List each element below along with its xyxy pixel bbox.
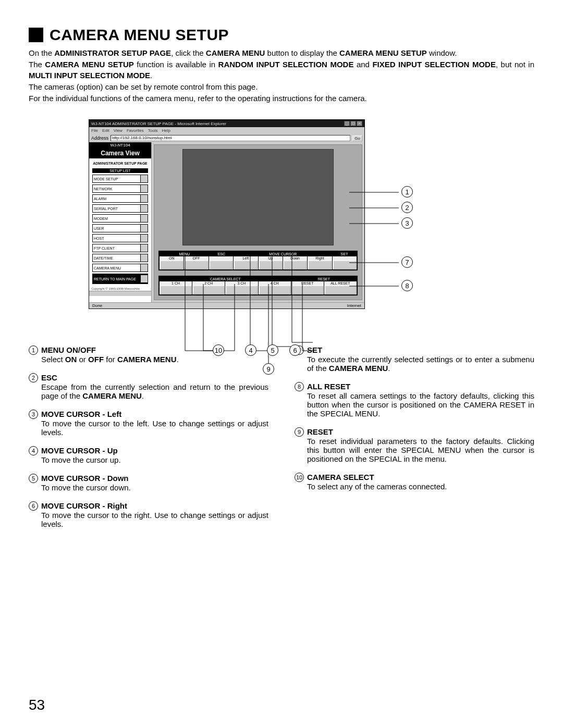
move-cursor-down-button[interactable] — [284, 261, 307, 269]
page-title: CAMERA MENU SETUP — [50, 26, 229, 44]
sidebar-item-serial-port[interactable]: SERIAL PORT — [92, 204, 148, 213]
status-zone: Internet — [347, 303, 361, 308]
address-field[interactable]: http://192.168.0.10/nonstop.html — [111, 135, 350, 141]
camera-select-3-ch-button[interactable] — [226, 286, 257, 294]
sidebar-item-user[interactable]: USER — [92, 224, 148, 232]
sidebar-item-date-time[interactable]: DATE/TIME — [92, 254, 148, 262]
move-cursor-up-button[interactable] — [259, 261, 282, 269]
menu-favorites[interactable]: Favorites — [127, 128, 144, 133]
desc-item-3: 3MOVE CURSOR - Left To move the cursor t… — [29, 410, 268, 437]
move-cursor-left-button[interactable] — [234, 261, 257, 269]
desc-item-4: 4MOVE CURSOR - Up To move the cursor up. — [29, 446, 268, 464]
return-button[interactable]: RETURN TO MAIN PAGE — [92, 274, 148, 284]
screenshot: WJ-NT104 ADMINISTRATOR SETUP PAGE - Micr… — [89, 119, 474, 309]
window-controls: _□× — [344, 121, 362, 126]
camera-select-4-ch-button[interactable] — [259, 286, 290, 294]
desc-num-6: 6 — [29, 501, 38, 511]
sidebar-subtitle: ADMINISTRATOR SETUP PAGE — [89, 158, 151, 168]
menu-tools[interactable]: Tools — [148, 128, 158, 133]
desc-item-6: 6MOVE CURSOR - Right To move the cursor … — [29, 501, 268, 528]
menu-view[interactable]: View — [114, 128, 123, 133]
sidebar-copyright: Copyright © 1996-1999 Matsushita — [89, 286, 151, 291]
heading-bullet-icon — [29, 28, 43, 42]
desc-col-right: 7SET To execute the currently selected s… — [295, 346, 534, 538]
address-label: Address — [91, 135, 108, 141]
sidebar-item-mode-setup[interactable]: MODE SETUP — [92, 175, 148, 183]
desc-num-5: 5 — [29, 474, 38, 483]
move-cursor-right-button[interactable] — [308, 261, 331, 269]
desc-num-8: 8 — [295, 382, 304, 391]
callout-2: 2 — [401, 202, 413, 213]
desc-item-1: 1MENU ON/OFF Select ON or OFF for CAMERA… — [29, 346, 268, 364]
desc-num-3: 3 — [29, 410, 38, 419]
browser-window: WJ-NT104 ADMINISTRATOR SETUP PAGE - Micr… — [89, 119, 365, 309]
intro-text: On the ADMINISTRATOR SETUP PAGE, click t… — [29, 48, 534, 104]
reset-reset-button[interactable] — [292, 286, 323, 294]
callout-8: 8 — [401, 280, 413, 291]
sidebar-item-modem[interactable]: MODEM — [92, 214, 148, 223]
desc-item-9: 9RESET To reset individual parameters to… — [295, 427, 534, 463]
desc-col-left: 1MENU ON/OFF Select ON or OFF for CAMERA… — [29, 346, 268, 538]
sidebar-item-host[interactable]: HOST — [92, 234, 148, 242]
set-btn-button[interactable] — [333, 261, 356, 269]
sidebar-item-camera-menu[interactable]: CAMERA MENU — [92, 264, 148, 272]
video-preview — [182, 149, 334, 245]
camera-select-2-ch-button[interactable] — [193, 286, 224, 294]
desc-item-7: 7SET To execute the currently selected s… — [295, 346, 534, 373]
desc-num-1: 1 — [29, 346, 38, 355]
menu-help[interactable]: Help — [162, 128, 170, 133]
status-done: Done — [92, 303, 102, 308]
menu-edit[interactable]: Edit — [102, 128, 109, 133]
desc-item-2: 2ESC Escape from the currently selection… — [29, 373, 268, 400]
desc-num-9: 9 — [295, 427, 304, 437]
go-button[interactable]: Go — [352, 135, 362, 141]
callout-7: 7 — [401, 256, 413, 268]
sidebar-item-ftp-client[interactable]: FTP CLIENT — [92, 244, 148, 252]
page-number: 53 — [29, 697, 45, 713]
desc-num-4: 4 — [29, 446, 38, 455]
callout-1: 1 — [401, 186, 413, 198]
desc-item-8: 8ALL RESET To reset all camera settings … — [295, 382, 534, 418]
desc-item-5: 5MOVE CURSOR - Down To move the cursor d… — [29, 474, 268, 492]
sidebar-item-network[interactable]: NETWORK — [92, 184, 148, 193]
sidebar-title: Camera View — [89, 148, 151, 158]
desc-num-10: 10 — [295, 473, 304, 482]
control-panel-2: CAMERA SELECTRESET 1 CH2 CH3 CH4 CHRESET… — [158, 276, 358, 295]
window-title: WJ-NT104 ADMINISTRATOR SETUP PAGE - Micr… — [91, 121, 226, 126]
callout-3: 3 — [401, 217, 413, 229]
sidebar-logo: WJ-NT104 — [89, 142, 151, 148]
camera-select-1-ch-button[interactable] — [160, 286, 191, 294]
menu-file[interactable]: File — [91, 128, 98, 133]
desc-num-2: 2 — [29, 373, 38, 382]
menu-off-button[interactable] — [185, 261, 207, 269]
setup-list-header: SETUP LIST — [92, 168, 148, 173]
sidebar-item-alarm[interactable]: ALARM — [92, 194, 148, 203]
reset-all-reset-button[interactable] — [325, 286, 356, 294]
esc-btn-button[interactable] — [210, 261, 232, 269]
desc-item-10: 10CAMERA SELECT To select any of the cam… — [295, 473, 534, 491]
control-panel-1: MENUESCMOVE CURSORSET ONOFFLeftUpDownRig… — [158, 251, 358, 270]
menu-on-button[interactable] — [160, 261, 183, 269]
menubar: FileEditViewFavoritesToolsHelp — [89, 127, 364, 134]
